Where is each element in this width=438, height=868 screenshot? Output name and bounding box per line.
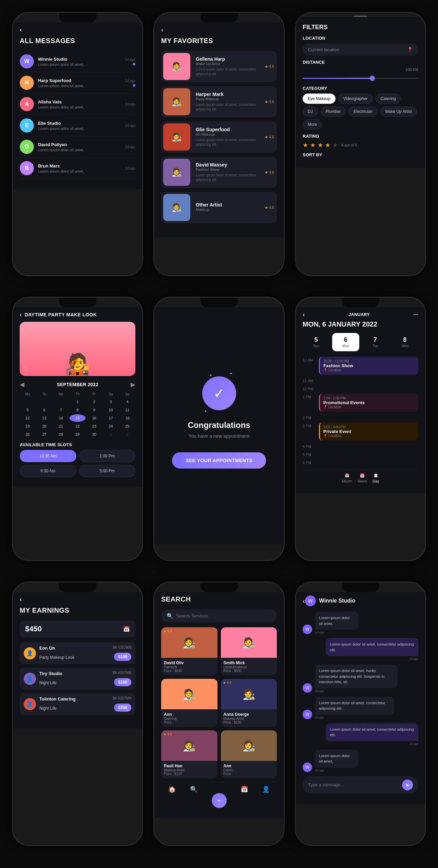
search-nav[interactable]: 🔍	[190, 786, 197, 793]
calendar-icon[interactable]: 📅	[123, 626, 130, 632]
time-slot[interactable]: 10:30 Am	[20, 450, 76, 462]
back-button[interactable]: ‹	[20, 26, 135, 34]
search-card[interactable]: 🧑‍🎨 Ann Catering Price :	[161, 679, 217, 727]
message-item[interactable]: E Elle Studio Lorem ipsum dolor sit amet…	[20, 115, 135, 136]
profile-nav[interactable]: 👤	[262, 786, 270, 793]
cal-day[interactable]: 8	[70, 406, 85, 414]
cal-day[interactable]: 13	[36, 414, 52, 422]
cal-day[interactable]: 26	[20, 431, 36, 438]
search-card[interactable]: 🧑‍🎨 Ann Cateri... Price :	[221, 730, 277, 778]
cal-day[interactable]: 6	[36, 406, 52, 414]
category-button[interactable]: Make Up Artist	[380, 106, 417, 117]
cal-day[interactable]: 15	[70, 414, 85, 422]
day-view-tab[interactable]: 📋 Day	[373, 473, 379, 483]
cal-day[interactable]: 19	[20, 422, 36, 430]
cal-day[interactable]: 16	[86, 414, 102, 422]
more-icon[interactable]: •••	[413, 312, 418, 317]
earnings-item[interactable]: 👤 Tolinton Catering BK #257568 Night Lif…	[20, 693, 135, 715]
cal-day[interactable]: 1	[70, 398, 85, 406]
event-card[interactable]: 3:00 - 4:00 PM Private Event 📍 Location	[319, 422, 418, 440]
favorite-item[interactable]: 🧑‍🎨 Gellena Harp Make Up Artist Lorem ip…	[161, 51, 277, 82]
message-item[interactable]: D David Poliyen Lorem ipsum dolor sit am…	[20, 136, 135, 158]
date-item[interactable]: 8 Wed	[392, 333, 418, 351]
favorite-item[interactable]: 🧑‍🎨 Harper Mark Party Makeup Lorem ipsum…	[161, 86, 277, 117]
cal-day[interactable]: 12	[20, 414, 36, 422]
cal-day[interactable]: 5	[20, 406, 36, 414]
earnings-item[interactable]: 👤 Eon Gh BK #257568 Party Makeup Look $1…	[20, 642, 135, 664]
cal-day[interactable]: 28	[53, 431, 69, 438]
back-button[interactable]: ‹	[161, 26, 277, 34]
earnings-item[interactable]: 👤 Tiry Studio BK #257568 Night Life $150	[20, 668, 135, 690]
cal-day[interactable]: 18	[119, 414, 135, 422]
star-5[interactable]: ★	[332, 141, 338, 149]
cal-day[interactable]: 7	[53, 406, 69, 414]
distance-slider[interactable]	[303, 75, 418, 82]
message-item[interactable]: H Harp Superfood Lorem ipsum dolor sit a…	[20, 72, 135, 94]
time-slot[interactable]: 5:00 Pm	[79, 465, 136, 477]
cal-day[interactable]: 24	[103, 422, 119, 430]
star-3[interactable]: ★	[318, 141, 323, 149]
home-nav[interactable]: 🏠	[168, 786, 176, 793]
cal-day[interactable]: 30	[86, 431, 102, 438]
chat-input[interactable]	[308, 782, 399, 787]
prev-month-button[interactable]: ◀	[20, 381, 24, 388]
category-button[interactable]: More	[303, 119, 322, 130]
message-item[interactable]: A Alisha Vats Lorem ipsum dolor sit amet…	[20, 94, 135, 115]
calendar-nav[interactable]: 📅	[241, 786, 248, 793]
date-item[interactable]: 5 Sun	[303, 333, 329, 351]
favorite-item[interactable]: 🧑‍🎨 David Massey Fashion Show Lorem ipsu…	[161, 157, 277, 188]
favorite-item[interactable]: 🧑‍🎨 Other Artist Makeup ★ 4.5	[161, 192, 277, 223]
star-4[interactable]: ★	[325, 141, 330, 149]
cal-day[interactable]: 10	[103, 406, 119, 414]
week-view-tab[interactable]: 📆 Week	[358, 473, 367, 483]
heart-icon[interactable]: ♡	[23, 365, 28, 373]
category-button[interactable]: Videographer	[338, 94, 373, 104]
category-button[interactable]: Catering	[376, 94, 401, 104]
star-1[interactable]: ★	[303, 141, 308, 149]
back-button[interactable]: ‹	[303, 311, 305, 318]
back-button[interactable]: ‹	[303, 597, 305, 605]
search-card[interactable]: ★ 4.4 🧑‍🎨 Pauli Han Makeup Artist Price …	[161, 730, 217, 778]
message-item[interactable]: W Winnie Studio Lorem ipsum dolor sit am…	[20, 51, 135, 72]
cal-day[interactable]: 25	[119, 422, 135, 430]
category-button[interactable]: Electrician	[348, 106, 377, 117]
next-month-button[interactable]: ▶	[131, 381, 135, 388]
event-card[interactable]: 1:00 - 2:00 PM Promotional Events 📍 Loca…	[319, 394, 418, 412]
favorite-item[interactable]: 🧑‍🎨 Olie Superfood Art Makeup Lorem ipsu…	[161, 121, 277, 153]
cal-day[interactable]: 22	[70, 422, 85, 430]
cal-day[interactable]: 27	[36, 431, 52, 438]
search-card[interactable]: ★ 4.4 🧑‍🎨 Anna Goerge Makeup Artist Pric…	[221, 679, 277, 727]
month-view-tab[interactable]: 📅 Month	[342, 473, 352, 483]
slider-thumb[interactable]	[369, 76, 375, 81]
message-item[interactable]: B Brun Mars Lorem ipsum dolor sit amet, …	[20, 158, 135, 179]
cal-day[interactable]: 21	[53, 422, 69, 430]
category-button[interactable]: Plumber	[321, 106, 346, 117]
category-button[interactable]: Eye Makeup	[303, 94, 336, 104]
cal-day[interactable]: 17	[103, 414, 119, 422]
cal-day[interactable]: 4	[119, 398, 135, 406]
search-card[interactable]: ★ 4.4 🧑‍🎨 Smith Mick Lipstickmakeup Pric…	[221, 627, 277, 675]
back-button[interactable]: ‹	[20, 311, 22, 318]
cal-day[interactable]: 14	[53, 414, 69, 422]
cal-day[interactable]: 11	[119, 406, 135, 414]
cal-day[interactable]: 20	[36, 422, 52, 430]
cal-day[interactable]: 23	[86, 422, 102, 430]
search-card[interactable]: ★ 4.4 🧑‍🎨 David Oliv Hairstyle Price : $…	[161, 627, 217, 675]
time-slot[interactable]: 1:00 Pm	[79, 450, 136, 462]
chat-input-row[interactable]: ➤	[303, 776, 418, 794]
see-appointments-button[interactable]: SEE YOUR APPOINTMENTS	[172, 452, 266, 469]
event-card[interactable]: 10:00 - 11:00 AM Fashion Show 📍 Location	[319, 357, 418, 375]
cal-day[interactable]: 2	[86, 398, 102, 406]
cal-day[interactable]: 3	[103, 398, 119, 406]
search-input[interactable]	[176, 613, 271, 618]
category-button[interactable]: DJ	[303, 106, 318, 117]
back-button[interactable]: ‹	[20, 595, 135, 603]
date-item[interactable]: 7 Tue	[362, 333, 389, 351]
date-item[interactable]: 6 Mon	[332, 333, 359, 351]
send-button[interactable]: ➤	[402, 780, 413, 790]
cal-day[interactable]: 29	[70, 431, 85, 438]
add-button[interactable]: +	[212, 793, 227, 808]
search-bar[interactable]: 🔍	[161, 609, 277, 623]
time-slot[interactable]: 9:30 Am	[20, 465, 76, 477]
location-input[interactable]: Current location 📍	[303, 43, 418, 56]
